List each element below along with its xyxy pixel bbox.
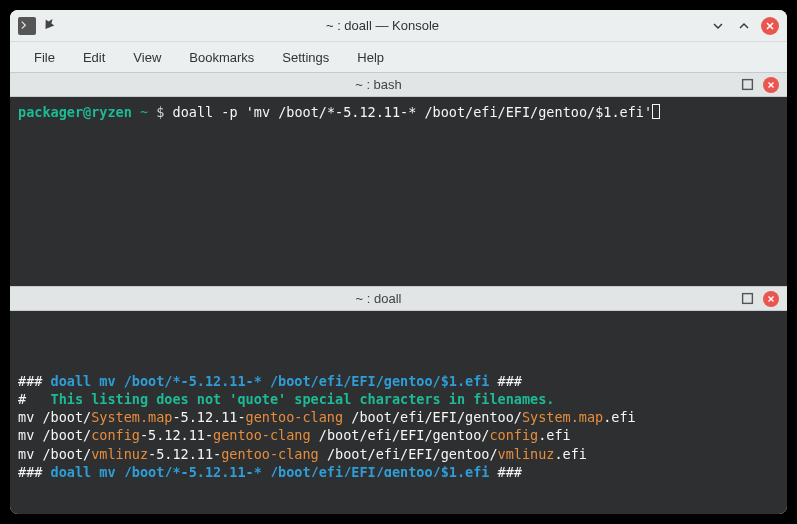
pane1-maximize-icon[interactable] xyxy=(739,77,755,93)
out-l5-suf: .efi xyxy=(554,446,587,462)
command-text: doall -p 'mv /boot/*-5.12.11-* /boot/efi… xyxy=(173,104,653,120)
out-l5-mid1: -5.12.11- xyxy=(148,446,221,462)
out-l3-suf: .efi xyxy=(603,409,636,425)
out-l6-hash2: ### xyxy=(498,464,522,477)
prompt-path: ~ xyxy=(140,104,148,120)
window-title: ~ : doall — Konsole xyxy=(56,18,709,33)
app-icon xyxy=(18,17,36,35)
out-l3-pre: mv /boot/ xyxy=(18,409,91,425)
pane1-title: ~ : bash xyxy=(18,77,739,92)
out-l5-tag: gentoo-clang xyxy=(221,446,319,462)
cursor xyxy=(652,104,660,119)
svg-rect-0 xyxy=(742,80,752,90)
split-panes: ~ : bash packager@ryzen ~ $ doall -p 'mv… xyxy=(10,72,787,514)
menu-view[interactable]: View xyxy=(119,46,175,69)
pane2-close-icon[interactable] xyxy=(763,291,779,307)
pane1-header[interactable]: ~ : bash xyxy=(10,72,787,97)
out-l3-file: System.map xyxy=(91,409,172,425)
out-l4-file2: config xyxy=(489,427,538,443)
maximize-button[interactable] xyxy=(735,17,753,35)
out-l3-file2: System.map xyxy=(522,409,603,425)
pane2-header[interactable]: ~ : doall xyxy=(10,286,787,311)
prompt-user: packager@ryzen xyxy=(18,104,132,120)
out-l3-mid2: /boot/efi/EFI/gentoo/ xyxy=(343,409,522,425)
out-l5-file: vmlinuz xyxy=(91,446,148,462)
svg-rect-1 xyxy=(742,294,752,304)
out-l2-hash: # xyxy=(18,391,26,407)
konsole-window: ~ : doall — Konsole File Edit View Bookm… xyxy=(10,10,787,514)
pane2-maximize-icon[interactable] xyxy=(739,291,755,307)
out-l1-hash2: ### xyxy=(498,373,522,389)
out-l3-tag: gentoo-clang xyxy=(246,409,344,425)
out-l5-file2: vmlinuz xyxy=(498,446,555,462)
pane1-terminal[interactable]: packager@ryzen ~ $ doall -p 'mv /boot/*-… xyxy=(10,97,787,286)
menu-help[interactable]: Help xyxy=(343,46,398,69)
titlebar[interactable]: ~ : doall — Konsole xyxy=(10,10,787,42)
out-l1-cmd: doall mv /boot/*-5.12.11-* /boot/efi/EFI… xyxy=(51,373,490,389)
pane2-title: ~ : doall xyxy=(18,291,739,306)
menu-edit[interactable]: Edit xyxy=(69,46,119,69)
out-l4-tag: gentoo-clang xyxy=(213,427,311,443)
out-l1-hash: ### xyxy=(18,373,42,389)
out-l4-file: config xyxy=(91,427,140,443)
out-l6-cmd: doall mv /boot/*-5.12.11-* /boot/efi/EFI… xyxy=(51,464,490,477)
out-l5-mid2: /boot/efi/EFI/gentoo/ xyxy=(319,446,498,462)
pane1-close-icon[interactable] xyxy=(763,77,779,93)
menu-bookmarks[interactable]: Bookmarks xyxy=(175,46,268,69)
close-button[interactable] xyxy=(761,17,779,35)
out-l4-mid1: -5.12.11- xyxy=(140,427,213,443)
out-l4-suf: .efi xyxy=(538,427,571,443)
pane2-terminal[interactable]: ### doall mv /boot/*-5.12.11-* /boot/efi… xyxy=(10,311,787,477)
minimize-button[interactable] xyxy=(709,17,727,35)
menu-settings[interactable]: Settings xyxy=(268,46,343,69)
out-l4-pre: mv /boot/ xyxy=(18,427,91,443)
pin-icon[interactable] xyxy=(42,17,56,35)
menu-file[interactable]: File xyxy=(20,46,69,69)
out-l4-mid2: /boot/efi/EFI/gentoo/ xyxy=(311,427,490,443)
out-l6-hash: ### xyxy=(18,464,42,477)
menubar: File Edit View Bookmarks Settings Help xyxy=(10,42,787,72)
out-l2-text: This listing does not 'quote' special ch… xyxy=(51,391,555,407)
out-l3-mid1: -5.12.11- xyxy=(172,409,245,425)
out-l5-pre: mv /boot/ xyxy=(18,446,91,462)
